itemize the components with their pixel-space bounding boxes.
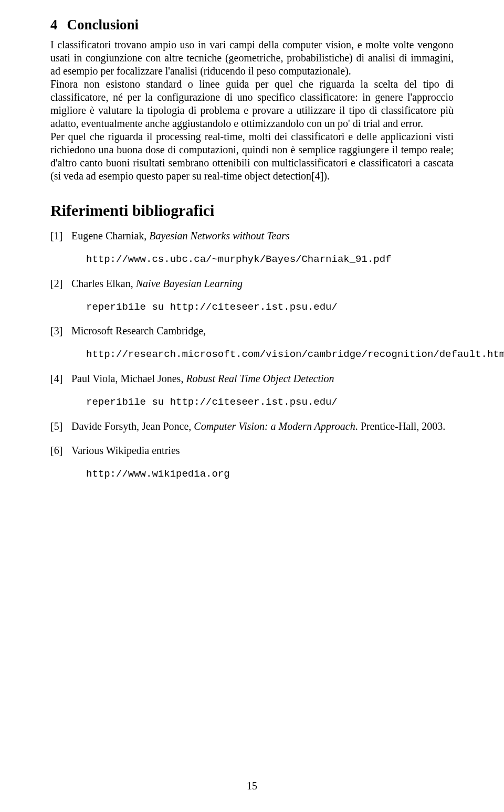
reference-url: reperibile su http://citeseer.ist.psu.ed… bbox=[71, 396, 454, 409]
reference-url: http://www.wikipedia.org bbox=[71, 468, 454, 481]
page-number: 15 bbox=[0, 780, 504, 792]
section-heading: 4Conclusioni bbox=[50, 17, 454, 33]
reference-url: reperibile su http://citeseer.ist.psu.ed… bbox=[71, 301, 454, 314]
reference-item: [3] Microsoft Research Cambridge, http:/… bbox=[50, 324, 454, 361]
reference-authors: Eugene Charniak, bbox=[71, 230, 149, 241]
page: 4Conclusioni I classificatori trovano am… bbox=[0, 0, 504, 812]
reference-title: Computer Vision: a Modern Approach bbox=[194, 420, 355, 432]
reference-authors: Charles Elkan, bbox=[71, 278, 136, 289]
reference-title: Robust Real Time Object Detection bbox=[186, 373, 334, 384]
reference-item: [4] Paul Viola, Michael Jones, Robust Re… bbox=[50, 372, 454, 409]
section-title: Conclusioni bbox=[67, 17, 139, 33]
reference-authors: Paul Viola, Michael Jones, bbox=[71, 373, 186, 384]
references-heading: Riferimenti bibliografici bbox=[50, 202, 454, 219]
reference-marker: [3] bbox=[50, 324, 62, 338]
reference-url: http://research.microsoft.com/vision/cam… bbox=[71, 348, 454, 361]
reference-authors: Microsoft Research Cambridge, bbox=[71, 325, 206, 336]
section-body: I classificatori trovano ampio uso in va… bbox=[50, 38, 454, 183]
reference-marker: [2] bbox=[50, 277, 62, 290]
reference-authors: Davide Forsyth, Jean Ponce, bbox=[71, 420, 194, 432]
reference-url: http://www.cs.ubc.ca/~murphyk/Bayes/Char… bbox=[71, 253, 454, 266]
references-list: [1] Eugene Charniak, Bayesian Networks w… bbox=[50, 229, 454, 480]
reference-item: [5] Davide Forsyth, Jean Ponce, Computer… bbox=[50, 419, 454, 433]
reference-marker: [5] bbox=[50, 419, 62, 433]
reference-title: Naive Bayesian Learning bbox=[136, 278, 243, 289]
reference-title: Bayesian Networks without Tears bbox=[149, 230, 290, 241]
reference-item: [6] Various Wikipedia entries http://www… bbox=[50, 444, 454, 481]
reference-rest: . Prentice-Hall, 2003. bbox=[355, 420, 446, 432]
reference-item: [1] Eugene Charniak, Bayesian Networks w… bbox=[50, 229, 454, 266]
reference-item: [2] Charles Elkan, Naive Bayesian Learni… bbox=[50, 277, 454, 314]
reference-authors: Various Wikipedia entries bbox=[71, 445, 180, 456]
reference-marker: [4] bbox=[50, 372, 62, 385]
section-number: 4 bbox=[50, 17, 58, 33]
reference-marker: [6] bbox=[50, 444, 62, 457]
reference-marker: [1] bbox=[50, 229, 62, 242]
